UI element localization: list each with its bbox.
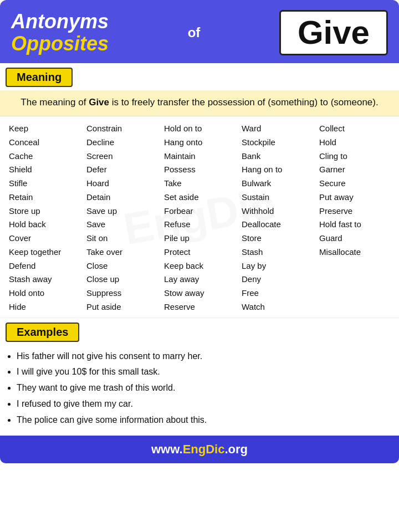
footer-text: www.EngDic.org (151, 442, 248, 456)
word-item: Stockpile (242, 136, 313, 150)
word-item: Sustain (242, 191, 313, 204)
words-grid: KeepConcealCacheShieldStifleRetainStore … (6, 122, 393, 314)
word-item: Protect (164, 245, 235, 259)
word-item: Guard (319, 232, 390, 245)
word-item: Close (86, 259, 157, 273)
word-item: Refuse (164, 218, 235, 232)
word-item: Stow away (164, 287, 235, 300)
examples-label-row: Examples (0, 318, 399, 345)
word-item: Hang onto (164, 136, 235, 150)
word-item: Store up (9, 204, 80, 218)
header-section: Antonyms Opposites of Give (0, 0, 399, 63)
word-item: Secure (319, 177, 390, 191)
word-item: Stash away (9, 273, 80, 287)
header-opposites: Opposites (11, 33, 109, 55)
word-item: Lay by (242, 259, 313, 273)
example-item: I will give you 10$ for this small task. (17, 364, 388, 380)
word-item: Cache (9, 150, 80, 163)
word-item: Hoard (86, 177, 157, 191)
word-item: Watch (242, 300, 313, 314)
word-item: Hold (319, 136, 390, 150)
word-item: Cover (9, 232, 80, 245)
word-item: Deallocate (242, 218, 313, 232)
words-col-4: WardStockpileBankHang on toBulwarkSustai… (238, 122, 316, 314)
header-give-box: Give (279, 10, 388, 55)
word-item: Misallocate (319, 245, 390, 259)
word-item: Put aside (86, 300, 157, 314)
word-item: Reserve (164, 300, 235, 314)
word-item: Take (164, 177, 235, 191)
word-item: Maintain (164, 150, 235, 163)
word-item: Save up (86, 204, 157, 218)
word-item: Hold onto (9, 287, 80, 300)
words-col-2: ConstrainDeclineScreenDeferHoardDetainSa… (83, 122, 161, 314)
example-item: They want to give me trash of this world… (17, 380, 388, 396)
word-item: Forbear (164, 204, 235, 218)
word-item: Garner (319, 163, 390, 177)
word-item: Take over (86, 245, 157, 259)
examples-label: Examples (6, 323, 79, 342)
word-item: Save (86, 218, 157, 232)
word-item: Retain (9, 191, 80, 204)
word-item: Store (242, 232, 313, 245)
words-col-1: KeepConcealCacheShieldStifleRetainStore … (6, 122, 83, 314)
word-item: Preserve (319, 204, 390, 218)
word-item: Detain (86, 191, 157, 204)
word-item: Lay away (164, 273, 235, 287)
word-item: Set aside (164, 191, 235, 204)
word-item: Possess (164, 163, 235, 177)
words-section: EngDic KeepConcealCacheShieldStifleRetai… (0, 116, 399, 318)
word-item: Pile up (164, 232, 235, 245)
word-item: Defend (9, 259, 80, 273)
header-give-text: Give (298, 16, 370, 49)
word-item: Hold fast to (319, 218, 390, 232)
word-item: Deny (242, 273, 313, 287)
word-item: Hide (9, 300, 80, 314)
word-item: Collect (319, 122, 390, 136)
word-item: Suppress (86, 287, 157, 300)
header-title-group: Antonyms Opposites (11, 11, 109, 54)
meaning-bold-word: Give (89, 97, 109, 108)
word-item: Keep back (164, 259, 235, 273)
word-item: Decline (86, 136, 157, 150)
word-item: Hold on to (164, 122, 235, 136)
words-col-5: CollectHoldCling toGarnerSecurePut awayP… (316, 122, 393, 314)
word-item: Keep (9, 122, 80, 136)
meaning-label: Meaning (6, 68, 73, 87)
word-item: Screen (86, 150, 157, 163)
words-col-3: Hold on toHang ontoMaintainPossessTakeSe… (161, 122, 238, 314)
word-item: Bulwark (242, 177, 313, 191)
header-antonyms: Antonyms (11, 11, 109, 33)
word-item: Stifle (9, 177, 80, 191)
word-item: Stash (242, 245, 313, 259)
meaning-text-after: is to freely transfer the possession of … (109, 97, 378, 108)
footer: www.EngDic.org (0, 436, 399, 463)
header-of: of (188, 25, 201, 40)
word-item: Conceal (9, 136, 80, 150)
example-item: I refused to give them my car. (17, 396, 388, 412)
examples-list: His father will not give his consent to … (0, 345, 399, 436)
word-item: Constrain (86, 122, 157, 136)
word-item: Shield (9, 163, 80, 177)
word-item: Hold back (9, 218, 80, 232)
word-item: Hang on to (242, 163, 313, 177)
word-item: Cling to (319, 150, 390, 163)
word-item: Ward (242, 122, 313, 136)
word-item: Free (242, 287, 313, 300)
footer-brand: EngDic (183, 442, 225, 456)
meaning-body: The meaning of Give is to freely transfe… (0, 90, 399, 116)
word-item: Defer (86, 163, 157, 177)
word-item: Put away (319, 191, 390, 204)
word-item: Keep together (9, 245, 80, 259)
example-item: The police can give some information abo… (17, 412, 388, 428)
meaning-text-before: The meaning of (21, 97, 89, 108)
word-item: Bank (242, 150, 313, 163)
word-item: Withhold (242, 204, 313, 218)
meaning-label-row: Meaning (0, 63, 399, 90)
word-item: Close up (86, 273, 157, 287)
word-item: Sit on (86, 232, 157, 245)
example-item: His father will not give his consent to … (17, 349, 388, 365)
